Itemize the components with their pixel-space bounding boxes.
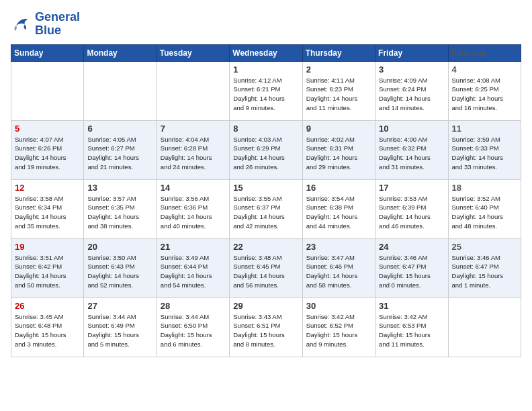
calendar-cell: 5Sunrise: 4:07 AM Sunset: 6:26 PM Daylig… <box>11 120 84 179</box>
day-info: Sunrise: 3:44 AM Sunset: 6:50 PM Dayligh… <box>161 312 226 349</box>
calendar-cell: 19Sunrise: 3:51 AM Sunset: 6:42 PM Dayli… <box>11 238 84 298</box>
day-number: 29 <box>233 301 298 311</box>
day-number: 30 <box>306 301 371 311</box>
calendar-cell: 10Sunrise: 4:00 AM Sunset: 6:32 PM Dayli… <box>375 120 448 179</box>
day-info: Sunrise: 3:46 AM Sunset: 6:47 PM Dayligh… <box>379 253 444 290</box>
calendar-cell <box>157 61 229 120</box>
day-info: Sunrise: 3:53 AM Sunset: 6:39 PM Dayligh… <box>379 194 444 231</box>
day-number: 22 <box>233 242 298 252</box>
day-number: 13 <box>87 183 152 193</box>
calendar-cell: 2Sunrise: 4:11 AM Sunset: 6:23 PM Daylig… <box>302 61 375 120</box>
day-info: Sunrise: 3:43 AM Sunset: 6:51 PM Dayligh… <box>233 312 298 349</box>
calendar-cell <box>11 61 84 120</box>
day-info: Sunrise: 3:51 AM Sunset: 6:42 PM Dayligh… <box>15 253 80 290</box>
logo-icon <box>11 15 32 34</box>
day-info: Sunrise: 4:09 AM Sunset: 6:24 PM Dayligh… <box>379 76 444 113</box>
day-number: 5 <box>15 124 80 134</box>
day-info: Sunrise: 3:54 AM Sunset: 6:38 PM Dayligh… <box>306 194 371 231</box>
day-number: 17 <box>379 183 444 193</box>
calendar-cell: 24Sunrise: 3:46 AM Sunset: 6:47 PM Dayli… <box>375 238 448 298</box>
day-number: 24 <box>379 242 444 252</box>
weekday-header-tuesday: Tuesday <box>157 44 229 61</box>
day-info: Sunrise: 4:11 AM Sunset: 6:23 PM Dayligh… <box>306 76 371 113</box>
calendar-cell: 11Sunrise: 3:59 AM Sunset: 6:33 PM Dayli… <box>448 120 521 179</box>
day-info: Sunrise: 4:05 AM Sunset: 6:27 PM Dayligh… <box>87 135 152 172</box>
day-number: 26 <box>15 301 80 311</box>
calendar-cell: 13Sunrise: 3:57 AM Sunset: 6:35 PM Dayli… <box>84 179 157 238</box>
calendar-cell: 14Sunrise: 3:56 AM Sunset: 6:36 PM Dayli… <box>157 179 229 238</box>
day-info: Sunrise: 4:12 AM Sunset: 6:21 PM Dayligh… <box>233 76 298 113</box>
calendar-week-row: 5Sunrise: 4:07 AM Sunset: 6:26 PM Daylig… <box>11 120 521 179</box>
weekday-header-saturday: Saturday <box>448 44 521 61</box>
calendar-cell: 4Sunrise: 4:08 AM Sunset: 6:25 PM Daylig… <box>448 61 521 120</box>
calendar-week-row: 1Sunrise: 4:12 AM Sunset: 6:21 PM Daylig… <box>11 61 521 120</box>
day-number: 15 <box>233 183 298 193</box>
calendar-cell: 9Sunrise: 4:02 AM Sunset: 6:31 PM Daylig… <box>302 120 375 179</box>
day-number: 23 <box>306 242 371 252</box>
day-info: Sunrise: 3:50 AM Sunset: 6:43 PM Dayligh… <box>87 253 152 290</box>
calendar-week-row: 19Sunrise: 3:51 AM Sunset: 6:42 PM Dayli… <box>11 238 521 298</box>
calendar-week-row: 12Sunrise: 3:58 AM Sunset: 6:34 PM Dayli… <box>11 179 521 238</box>
logo: General Blue <box>11 11 80 38</box>
day-number: 10 <box>379 124 444 134</box>
calendar-cell: 12Sunrise: 3:58 AM Sunset: 6:34 PM Dayli… <box>11 179 84 238</box>
day-info: Sunrise: 3:57 AM Sunset: 6:35 PM Dayligh… <box>87 194 152 231</box>
calendar-cell: 21Sunrise: 3:49 AM Sunset: 6:44 PM Dayli… <box>157 238 229 298</box>
day-number: 19 <box>15 242 80 252</box>
day-info: Sunrise: 3:55 AM Sunset: 6:37 PM Dayligh… <box>233 194 298 231</box>
calendar-cell <box>448 298 521 357</box>
day-number: 4 <box>452 64 517 75</box>
calendar-week-row: 26Sunrise: 3:45 AM Sunset: 6:48 PM Dayli… <box>11 298 521 357</box>
calendar-cell: 22Sunrise: 3:48 AM Sunset: 6:45 PM Dayli… <box>230 238 302 298</box>
day-number: 16 <box>306 183 371 193</box>
calendar-cell: 31Sunrise: 3:42 AM Sunset: 6:53 PM Dayli… <box>375 298 448 357</box>
day-number: 7 <box>161 124 226 134</box>
calendar-cell: 26Sunrise: 3:45 AM Sunset: 6:48 PM Dayli… <box>11 298 84 357</box>
day-number: 14 <box>161 183 226 193</box>
day-number: 11 <box>452 124 517 134</box>
day-number: 25 <box>452 242 517 252</box>
calendar-cell: 7Sunrise: 4:04 AM Sunset: 6:28 PM Daylig… <box>157 120 229 179</box>
day-info: Sunrise: 3:46 AM Sunset: 6:47 PM Dayligh… <box>452 253 517 290</box>
day-number: 8 <box>233 124 298 134</box>
day-number: 12 <box>15 183 80 193</box>
day-info: Sunrise: 4:00 AM Sunset: 6:32 PM Dayligh… <box>379 135 444 172</box>
logo-text: General Blue <box>35 11 80 38</box>
calendar-table: SundayMondayTuesdayWednesdayThursdayFrid… <box>11 44 521 357</box>
calendar-cell <box>84 61 157 120</box>
day-info: Sunrise: 4:07 AM Sunset: 6:26 PM Dayligh… <box>15 135 80 172</box>
calendar-cell: 27Sunrise: 3:44 AM Sunset: 6:49 PM Dayli… <box>84 298 157 357</box>
day-number: 28 <box>161 301 226 311</box>
day-info: Sunrise: 3:56 AM Sunset: 6:36 PM Dayligh… <box>161 194 226 231</box>
day-info: Sunrise: 3:42 AM Sunset: 6:52 PM Dayligh… <box>306 312 371 349</box>
page-header: General Blue <box>11 11 521 38</box>
day-info: Sunrise: 3:49 AM Sunset: 6:44 PM Dayligh… <box>161 253 226 290</box>
day-number: 1 <box>233 64 298 75</box>
day-number: 3 <box>379 64 444 75</box>
calendar-cell: 23Sunrise: 3:47 AM Sunset: 6:46 PM Dayli… <box>302 238 375 298</box>
calendar-cell: 16Sunrise: 3:54 AM Sunset: 6:38 PM Dayli… <box>302 179 375 238</box>
weekday-header-friday: Friday <box>375 44 448 61</box>
calendar-cell: 17Sunrise: 3:53 AM Sunset: 6:39 PM Dayli… <box>375 179 448 238</box>
weekday-header-sunday: Sunday <box>11 44 84 61</box>
day-number: 9 <box>306 124 371 134</box>
calendar-cell: 3Sunrise: 4:09 AM Sunset: 6:24 PM Daylig… <box>375 61 448 120</box>
weekday-header-thursday: Thursday <box>302 44 375 61</box>
day-number: 6 <box>87 124 152 134</box>
day-info: Sunrise: 4:08 AM Sunset: 6:25 PM Dayligh… <box>452 76 517 113</box>
day-info: Sunrise: 3:45 AM Sunset: 6:48 PM Dayligh… <box>15 312 80 349</box>
weekday-header-monday: Monday <box>84 44 157 61</box>
day-number: 2 <box>306 64 371 75</box>
day-info: Sunrise: 3:48 AM Sunset: 6:45 PM Dayligh… <box>233 253 298 290</box>
calendar-cell: 30Sunrise: 3:42 AM Sunset: 6:52 PM Dayli… <box>302 298 375 357</box>
day-number: 27 <box>87 301 152 311</box>
day-info: Sunrise: 3:47 AM Sunset: 6:46 PM Dayligh… <box>306 253 371 290</box>
calendar-cell: 29Sunrise: 3:43 AM Sunset: 6:51 PM Dayli… <box>230 298 302 357</box>
calendar-cell: 25Sunrise: 3:46 AM Sunset: 6:47 PM Dayli… <box>448 238 521 298</box>
day-info: Sunrise: 4:03 AM Sunset: 6:29 PM Dayligh… <box>233 135 298 172</box>
day-number: 31 <box>379 301 444 311</box>
day-number: 21 <box>161 242 226 252</box>
calendar-cell: 15Sunrise: 3:55 AM Sunset: 6:37 PM Dayli… <box>230 179 302 238</box>
weekday-header-wednesday: Wednesday <box>230 44 302 61</box>
weekday-header-row: SundayMondayTuesdayWednesdayThursdayFrid… <box>11 44 521 61</box>
